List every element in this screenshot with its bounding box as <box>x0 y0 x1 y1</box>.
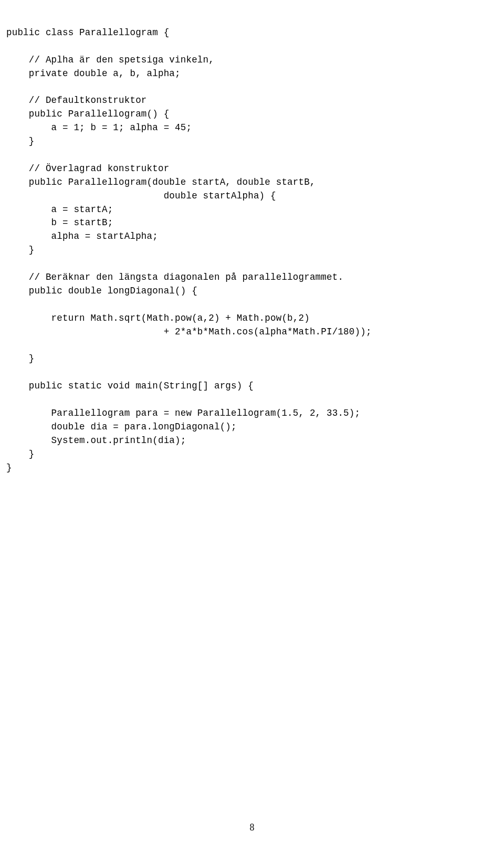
document-page: public class Parallellogram { // Aplha ä… <box>0 0 504 863</box>
code-block: public class Parallellogram { // Aplha ä… <box>0 26 504 475</box>
page-number: 8 <box>0 820 504 835</box>
